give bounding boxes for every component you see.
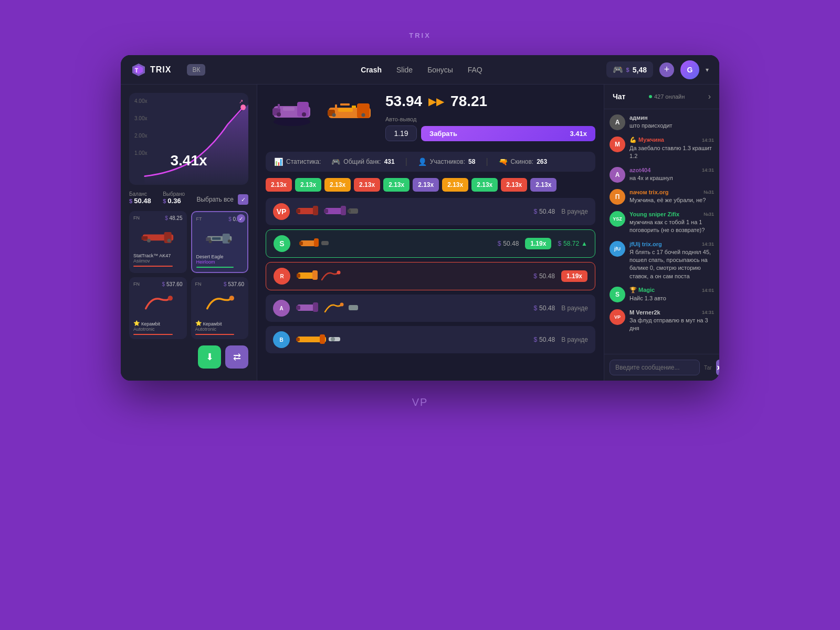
divider-1: | <box>405 157 407 166</box>
multiplier-display: 53.94 ▶▶ 78.21 <box>385 93 595 110</box>
withdraw-button[interactable]: Забрать 3.41x <box>421 126 595 141</box>
svg-rect-33 <box>352 106 356 108</box>
svg-rect-39 <box>341 206 346 215</box>
msg-text-4: Мужчина, её же убрали, не? <box>629 196 714 204</box>
msg-text-5: мужчина как с тобой 1 на 1 поговорить (н… <box>629 218 714 235</box>
select-all-checkbox[interactable]: ✓ <box>238 194 248 205</box>
svg-rect-48 <box>312 270 318 280</box>
msg-user-5: Young sniper Zifix <box>629 211 679 217</box>
item-card-3[interactable]: FN $ 537.60 ⭐ Керамbit Autot <box>129 277 187 339</box>
balance-box: 🎮 $ 5,48 <box>606 61 653 78</box>
chat-panel: Чат 427 онлайн › А админ што праисходит <box>604 85 719 381</box>
top-nav: T TRIX ВК Crash Slide Бонусы FAQ 🎮 $ 5,4… <box>121 55 719 85</box>
msg-content-3: azot404 14:31 на 4х и крашнул <box>629 167 714 182</box>
chart-icon: 📊 <box>274 158 283 166</box>
mult-badge-10[interactable]: 2.13x <box>530 178 556 192</box>
center-panel: 53.94 ▶▶ 78.21 Авто-вывод Забрать 3.41x <box>257 85 604 381</box>
select-all-row: Выбрать все ✓ <box>196 194 248 205</box>
msg-avatar-7: S <box>610 287 625 302</box>
bottom-logo: VP <box>412 396 428 408</box>
svg-rect-7 <box>141 236 148 240</box>
svg-rect-53 <box>296 306 300 310</box>
add-balance-button[interactable]: + <box>659 62 674 77</box>
mult-badge-8[interactable]: 2.13x <box>471 178 498 192</box>
msg-content-1: админ што праисходит <box>629 114 714 130</box>
msg-user-3: azot404 <box>629 167 650 173</box>
deposit-button[interactable]: ⬇ <box>198 345 221 369</box>
msg-text-3: на 4х и крашнул <box>629 174 714 182</box>
logo-icon: T <box>131 62 146 77</box>
auto-withdraw: Авто-вывод Забрать 3.41x <box>385 116 595 141</box>
item-quality-4: FN <box>195 281 202 287</box>
chat-message-8: VP M Verner2k 14:31 За флуд отправлю в м… <box>610 309 714 333</box>
select-all-text: Выбрать все <box>196 196 234 203</box>
svg-rect-24 <box>283 107 295 111</box>
chat-expand-icon[interactable]: › <box>708 92 711 101</box>
bet-won-2: $ 58.72 ▲ <box>558 240 587 247</box>
stats-icon-area: 📊 Статистика: <box>274 158 321 166</box>
item-card-4[interactable]: FN $ 537.60 ⭐ Керамbit Autot <box>191 277 249 339</box>
item-card-1[interactable]: FN $ 48.25 StatTrack™ AK47 Asiimov <box>129 211 187 273</box>
bank-value: 431 <box>384 158 395 165</box>
nav-link-bonusy[interactable]: Бонусы <box>427 66 453 74</box>
mult-badge-4[interactable]: 2.13x <box>354 178 380 192</box>
item-sub-2: Heirloom <box>196 259 244 265</box>
msg-time-6: 14:31 <box>702 242 714 247</box>
svg-rect-25 <box>278 104 280 109</box>
mult-badge-2[interactable]: 2.13x <box>295 178 321 192</box>
weapon-1 <box>266 93 318 135</box>
bet-multiplier-2: 1.19x <box>525 238 551 249</box>
msg-content-2: 💪 Мужчина 14:31 Да заебало ставлю 1.3 кр… <box>629 136 714 161</box>
chat-input[interactable] <box>610 360 700 375</box>
msg-content-5: Young sniper Zifix №31 мужчина как с тоб… <box>629 211 714 235</box>
msg-content-6: jfUlj trix.org 14:31 Я блять с 17 бочей … <box>629 241 714 281</box>
item-card-2[interactable]: FT $ 0.36 Desert Eagle <box>191 211 249 273</box>
balance-symbol: $ <box>626 67 629 73</box>
msg-user-6: jfUlj trix.org <box>629 241 662 247</box>
online-count: 427 онлайн <box>649 93 685 100</box>
item-price: $ 48.25 <box>165 215 182 223</box>
mult-badge-6[interactable]: 2.13x <box>413 178 439 192</box>
nav-link-crash[interactable]: Crash <box>361 66 382 74</box>
game-area: 53.94 ▶▶ 78.21 Авто-вывод Забрать 3.41x <box>266 93 595 145</box>
bottom-actions: ⬇ ⇄ <box>129 345 248 369</box>
mult-badge-1[interactable]: 2.13x <box>266 178 292 192</box>
mult-badge-9[interactable]: 2.13x <box>501 178 527 192</box>
msg-time-7: 14:01 <box>702 288 714 293</box>
msg-time-5: №31 <box>704 212 714 217</box>
vk-button[interactable]: ВК <box>187 64 205 76</box>
dropdown-arrow[interactable]: ▾ <box>706 66 709 74</box>
trade-button[interactable]: ⇄ <box>225 345 248 369</box>
user-avatar[interactable]: G <box>680 60 699 79</box>
item-name-2: Desert Eagle <box>196 254 244 259</box>
nav-link-faq[interactable]: FAQ <box>468 66 482 74</box>
bet-weapons-5 <box>296 332 527 348</box>
msg-avatar-1: А <box>610 114 625 130</box>
logo-area[interactable]: T TRIX <box>131 62 171 77</box>
mult-badge-3[interactable]: 2.13x <box>324 178 351 192</box>
msg-avatar-6: jfU <box>610 241 625 257</box>
item-quality-2: FT <box>196 216 202 222</box>
bet-avatar-5: B <box>273 331 290 348</box>
auto-value-input[interactable] <box>385 125 417 141</box>
chat-message-5: YSZ Young sniper Zifix №31 мужчина как с… <box>610 211 714 235</box>
bet-row-1: VP $ 50.4 <box>266 198 595 225</box>
svg-text:T: T <box>135 68 138 74</box>
svg-rect-58 <box>296 338 300 341</box>
svg-rect-15 <box>212 237 220 240</box>
chat-messages: А админ што праисходит М 💪 Мужчина 1 <box>604 109 719 354</box>
bet-amount-1: $ 50.48 <box>533 208 555 215</box>
item-sub: Asiimov <box>133 258 183 264</box>
mult-badge-5[interactable]: 2.13x <box>383 178 410 192</box>
svg-point-16 <box>167 296 172 300</box>
svg-point-60 <box>331 337 335 341</box>
left-panel: 4.00x 3.00x 2.00x 1.00x <box>121 85 257 381</box>
bet-weapons-1 <box>296 204 527 219</box>
bank-label: Общий банк: <box>343 158 381 165</box>
mult-badge-7[interactable]: 2.13x <box>442 178 468 192</box>
main-content: 4.00x 3.00x 2.00x 1.00x <box>121 85 719 381</box>
selected-display: $ 0.36 <box>163 197 185 205</box>
chat-send-button[interactable]: ➤ <box>716 360 719 375</box>
msg-content-7: 🏆 Magic 14:01 Найс 1.3 авто <box>629 287 714 302</box>
nav-link-slide[interactable]: Slide <box>396 66 413 74</box>
